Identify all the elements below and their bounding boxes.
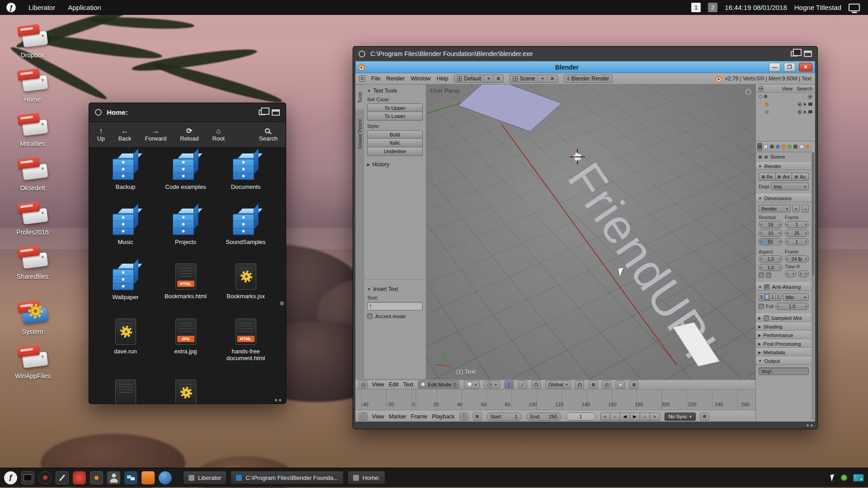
file-item-projects[interactable]: Projects	[156, 208, 216, 263]
insert-text-input[interactable]	[367, 302, 423, 310]
file-manager-content[interactable]: Backup Code examples Documents Music Pro…	[89, 148, 286, 404]
performance-panel-header[interactable]: ▶ Performance	[756, 331, 811, 339]
add-layout-button[interactable]: +	[484, 75, 493, 82]
post-processing-panel-header[interactable]: ▶ Post Processing	[756, 339, 811, 348]
outliner-row[interactable]	[756, 93, 815, 100]
window-depth-icon[interactable]	[259, 110, 265, 115]
window-depth-icon[interactable]	[791, 51, 797, 56]
lock-time-button[interactable]	[473, 413, 482, 421]
snap-element-button[interactable]	[589, 380, 598, 389]
properties-editor[interactable]: Scene ▼ Render Re Ani Au Displ Ima	[756, 141, 815, 422]
manipulator-translate-button[interactable]	[505, 380, 514, 389]
viewport-menu-text[interactable]: Text	[403, 381, 413, 388]
render-border-button[interactable]	[616, 380, 625, 389]
file-item-wallpaper[interactable]: Wallpaper	[95, 263, 156, 319]
underline-button[interactable]: Underline	[367, 147, 423, 156]
utility-app-icon[interactable]	[90, 471, 103, 484]
back-button[interactable]: ← Back	[118, 127, 132, 142]
viewport-editor-icon[interactable]	[359, 380, 368, 389]
tab-material-icon[interactable]	[805, 143, 810, 151]
tab-render-layers-icon[interactable]	[763, 143, 768, 151]
timeline-editor-icon[interactable]	[359, 413, 368, 421]
desktop-icon-profes2016[interactable]: Profes2016:	[5, 202, 61, 236]
anti-aliasing-checkbox[interactable]: ✓	[764, 284, 769, 290]
file-item-hands-free-document[interactable]: HTML hands-free document.html	[216, 319, 276, 380]
reload-button[interactable]: ⟳ Reload	[180, 127, 198, 142]
screenshot-app-icon[interactable]	[142, 471, 155, 484]
aa-samples-16-button[interactable]: 1	[776, 293, 781, 301]
insert-text-panel-header[interactable]: ▼ Insert Text	[367, 286, 423, 292]
fps-field[interactable]: 24 fp	[785, 255, 809, 263]
ozone-button[interactable]	[629, 380, 638, 389]
menu-window[interactable]: Window	[410, 75, 430, 82]
selectability-icon[interactable]	[804, 110, 807, 114]
use-preview-range-button[interactable]	[459, 413, 468, 421]
pivot-point-dropdown[interactable]: ▾	[484, 380, 500, 389]
viewport-shading-dropdown[interactable]: ▾	[464, 380, 480, 389]
maximize-button[interactable]: ❐	[784, 63, 795, 71]
renderability-icon[interactable]	[808, 103, 812, 106]
workspace-1-button[interactable]: 1	[691, 3, 701, 12]
menu-help[interactable]: Help	[437, 75, 448, 82]
render-panel-header[interactable]: ▼ Render	[756, 162, 811, 170]
close-button[interactable]: ✕	[799, 63, 812, 71]
renderability-icon[interactable]	[808, 110, 812, 113]
file-item-documents[interactable]: Documents	[216, 153, 276, 208]
menu-liberator[interactable]: Liberator	[28, 4, 55, 11]
window-shade-icon[interactable]	[272, 109, 280, 116]
audio-scrub-button[interactable]	[700, 413, 709, 421]
aa-filter-dropdown[interactable]: Mitc ▾	[783, 293, 809, 301]
tab-constraints-icon[interactable]	[787, 143, 792, 151]
desktop-icon-oksedelt[interactable]: Oksedelt:	[5, 158, 61, 192]
media-disc-icon[interactable]	[38, 471, 52, 484]
window-shade-icon[interactable]	[804, 51, 812, 57]
desktop-icon-mitrafiles[interactable]: Mitrafiles:	[5, 113, 61, 147]
tab-object-icon[interactable]	[781, 143, 786, 151]
forward-button[interactable]: → Forward	[145, 127, 167, 142]
root-button[interactable]: ⌂ Root	[212, 127, 224, 142]
next-keyframe-button[interactable]: ›	[640, 413, 650, 421]
tab-render-icon[interactable]	[757, 143, 762, 151]
remove-preset-button[interactable]: –	[802, 205, 809, 212]
aspect-x-field[interactable]: 1.0	[759, 255, 783, 263]
filter-size-field[interactable]: 1.0	[775, 303, 809, 310]
aspect-y-field[interactable]: 1.0	[759, 264, 783, 271]
file-item-soundsamples[interactable]: SoundSamples	[216, 208, 276, 263]
bold-button[interactable]: Bold	[367, 130, 423, 139]
outliner[interactable]: View Search	[756, 84, 815, 141]
sync-mode-dropdown[interactable]: No Sync ▾	[665, 413, 696, 421]
sampled-motion-blur-checkbox[interactable]	[764, 315, 769, 321]
task-blender[interactable]: C:\Program Files\Blender Founda...	[231, 471, 343, 484]
status-green-icon[interactable]	[841, 474, 847, 481]
shading-panel-header[interactable]: ▶ Shading	[756, 322, 811, 331]
outliner-tab-search[interactable]: Search	[797, 86, 812, 91]
media-app-icon[interactable]	[159, 471, 172, 484]
display-mode-dropdown[interactable]: Ima ▾	[771, 183, 809, 190]
friend-logo-icon[interactable]: ƒ	[6, 3, 16, 12]
paint-icon[interactable]	[56, 471, 69, 484]
render-preset-dropdown[interactable]: Render ▾	[759, 205, 791, 212]
viewport-menu-edit[interactable]: Edit	[389, 381, 399, 388]
play-button[interactable]: ▶	[630, 413, 640, 421]
pin-icon[interactable]	[759, 155, 762, 159]
window-menu-icon[interactable]	[359, 51, 365, 57]
blender-app-titlebar[interactable]: Blender — ❐ ✕	[355, 61, 815, 73]
frame-step-field[interactable]: 1	[785, 238, 809, 245]
window-resize-handle[interactable]	[807, 424, 813, 427]
viewport-menu-view[interactable]: View	[372, 381, 384, 388]
terminal-icon[interactable]	[21, 471, 34, 484]
manipulator-rotate-button[interactable]	[518, 380, 527, 389]
outliner-row[interactable]	[756, 108, 815, 116]
minimize-button[interactable]: —	[769, 63, 780, 71]
properties-scrollbar[interactable]	[811, 152, 815, 420]
time-remap-old-field[interactable]	[785, 270, 796, 277]
file-item-partial[interactable]	[156, 380, 216, 404]
screen-share-icon[interactable]	[853, 474, 864, 482]
metadata-panel-header[interactable]: ▶ Metadata	[756, 348, 811, 357]
play-reverse-button[interactable]: ◀	[620, 413, 630, 421]
dimensions-panel-header[interactable]: ▼ Dimensions	[756, 194, 811, 202]
to-upper-button[interactable]: To Upper	[367, 103, 423, 112]
friend-logo-icon[interactable]: ƒ	[4, 471, 17, 484]
visibility-eye-icon[interactable]	[797, 110, 802, 114]
scrollbar-thumb[interactable]	[280, 301, 284, 305]
